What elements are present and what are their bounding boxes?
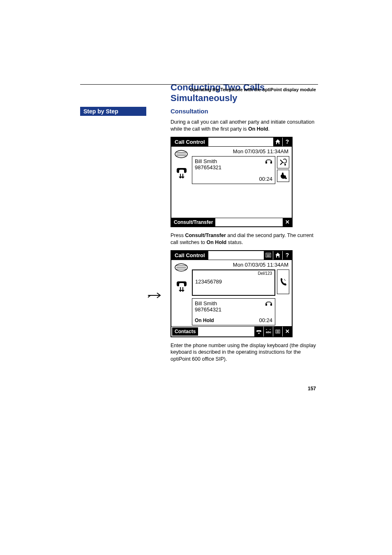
svg-rect-21 — [269, 254, 270, 255]
svg-marker-23 — [275, 253, 280, 258]
intro-paragraph: During a call you can call another party… — [171, 119, 316, 133]
svg-marker-7 — [275, 139, 280, 144]
svg-point-17 — [285, 177, 287, 179]
svg-rect-15 — [270, 161, 272, 164]
consult-transfer-button[interactable]: Consult/Transfer — [171, 218, 215, 226]
close-icon[interactable]: ✕ — [282, 327, 292, 336]
text-mode-icon[interactable]: abc — [263, 327, 273, 336]
active-call-box: Bill Smith 987654321 00:24 — [192, 156, 275, 184]
svg-rect-30 — [265, 304, 267, 306]
sidebar-step-by-step: Step by Step — [80, 107, 146, 116]
section-title: Conducting Two Calls Simultaneously — [171, 82, 316, 104]
list-menu-icon[interactable] — [273, 327, 282, 336]
keyboard-toggle-icon[interactable] — [263, 251, 273, 260]
held-call-box: Bill Smith 987654321 On Hold 00:24 — [192, 298, 275, 325]
connected-call-icon — [265, 301, 272, 308]
svg-rect-14 — [265, 161, 267, 164]
contacts-button[interactable]: Contacts — [172, 327, 198, 336]
call-number: 987654321 — [195, 306, 272, 313]
datetime: Mon 07/03/05 11:34AM — [192, 148, 289, 154]
svg-rect-20 — [268, 254, 269, 255]
on-hold-label: On Hold — [195, 318, 214, 323]
phone-screen-1: Call Control ? — [171, 137, 293, 227]
home-icon[interactable] — [273, 138, 282, 146]
dialed-number: 123456789 — [195, 279, 272, 285]
del-123-label: Del/123 — [258, 271, 272, 276]
svg-point-16 — [284, 164, 286, 166]
mid-paragraph: Press Consult/Transfer and dial the seco… — [171, 232, 316, 246]
home-icon[interactable] — [273, 251, 282, 260]
call-timer: 00:24 — [259, 317, 272, 323]
call-log-icon — [174, 263, 188, 274]
screen-title: Call Control — [171, 138, 208, 146]
help-icon[interactable]: ? — [282, 251, 292, 260]
datetime: Mon 07/03/05 11:34AM — [192, 262, 289, 268]
help-icon[interactable]: ? — [282, 138, 292, 146]
call-name: Bill Smith — [195, 300, 272, 306]
handset-down-icon[interactable] — [254, 327, 263, 336]
handset-hold-icon — [175, 280, 187, 293]
connected-call-icon — [265, 159, 272, 166]
page-number: 157 — [308, 386, 316, 391]
handset-hold-icon — [175, 166, 187, 180]
call-timer: 00:24 — [259, 176, 272, 182]
subsection-title: Consultation — [171, 108, 316, 115]
screen-title: Call Control — [171, 251, 208, 260]
dial-input-box[interactable]: Del/123 123456789 — [192, 269, 275, 296]
call-name: Bill Smith — [195, 158, 272, 164]
call-log-icon — [174, 149, 188, 161]
call-number: 987654321 — [195, 164, 272, 170]
svg-rect-19 — [267, 254, 267, 255]
svg-rect-31 — [270, 304, 272, 306]
close-icon[interactable]: ✕ — [282, 218, 292, 226]
running-header: Operating the Telephone with the optiPoi… — [190, 87, 316, 92]
svg-text:abc: abc — [266, 330, 271, 334]
svg-rect-22 — [267, 256, 270, 256]
transfer-right-icon[interactable] — [277, 156, 289, 168]
svg-rect-18 — [266, 253, 271, 257]
dial-call-icon[interactable] — [277, 269, 289, 294]
hold-hand-icon[interactable] — [277, 170, 289, 182]
end-paragraph: Enter the phone number using the display… — [171, 342, 316, 363]
